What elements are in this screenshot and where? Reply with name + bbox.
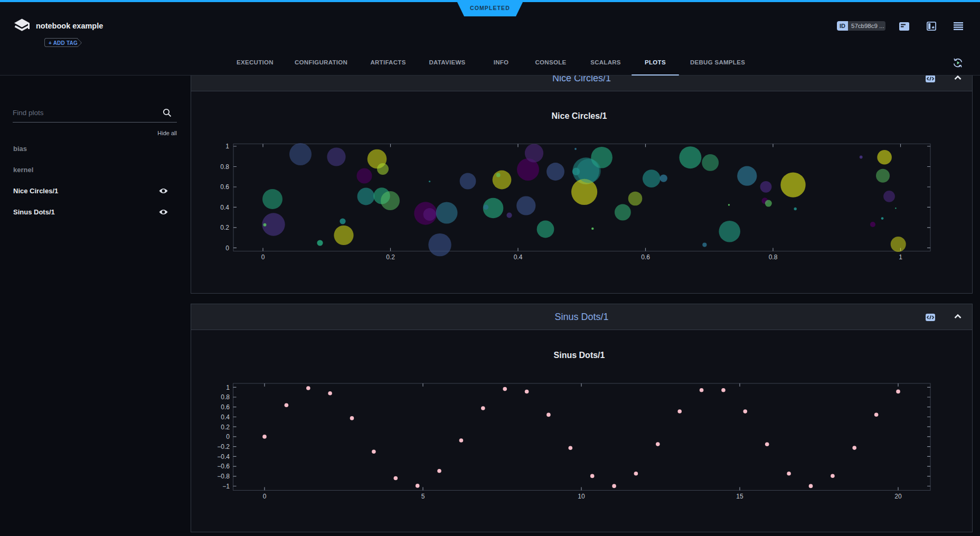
svg-text:−0.2: −0.2	[217, 443, 230, 450]
svg-text:0: 0	[225, 245, 229, 252]
svg-text:0.4: 0.4	[220, 204, 229, 211]
svg-text:5: 5	[421, 493, 425, 500]
svg-text:−0.6: −0.6	[217, 463, 230, 470]
svg-text:0.6: 0.6	[641, 253, 650, 261]
svg-text:0: 0	[261, 253, 265, 261]
svg-text:0.6: 0.6	[221, 403, 230, 411]
svg-text:0.2: 0.2	[386, 253, 395, 261]
svg-text:0.8: 0.8	[220, 163, 229, 171]
svg-text:0.2: 0.2	[220, 224, 229, 231]
svg-text:Nice Circles/1: Nice Circles/1	[552, 111, 607, 120]
svg-text:15: 15	[736, 493, 743, 500]
svg-text:10: 10	[578, 493, 585, 500]
svg-text:0: 0	[226, 433, 230, 440]
svg-text:−1: −1	[222, 483, 230, 490]
svg-text:0.6: 0.6	[220, 183, 229, 191]
svg-text:Sinus Dots/1: Sinus Dots/1	[554, 351, 605, 360]
svg-text:−0.8: −0.8	[217, 473, 230, 480]
svg-text:1: 1	[899, 253, 902, 261]
svg-text:0: 0	[263, 493, 267, 500]
svg-text:20: 20	[894, 493, 902, 500]
svg-text:0.4: 0.4	[514, 253, 523, 261]
svg-text:0.8: 0.8	[221, 393, 230, 401]
svg-text:−0.4: −0.4	[217, 453, 230, 460]
svg-text:0.8: 0.8	[769, 253, 778, 261]
svg-text:1: 1	[225, 143, 229, 150]
svg-text:0.4: 0.4	[221, 413, 230, 421]
svg-text:0.2: 0.2	[221, 424, 230, 431]
svg-text:1: 1	[226, 384, 230, 391]
